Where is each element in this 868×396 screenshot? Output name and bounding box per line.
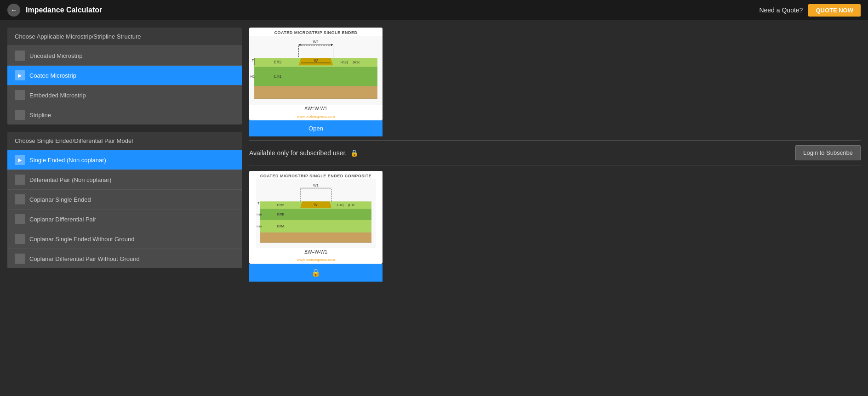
no-arrow-icon (15, 214, 25, 224)
no-arrow-icon (15, 110, 25, 120)
diagram2-svg: W1 W T H1B H1A ER2 ERB ER (249, 179, 383, 248)
back-button[interactable]: ← (7, 4, 20, 17)
diagram1-url: www.protoexpress.com (249, 113, 383, 120)
right-panel: COATED MICROSTRIP SINGLE ENDED (249, 28, 861, 389)
menu-item-stripline[interactable]: Stripline (7, 105, 242, 124)
menu-item-label: Coated Microstrip (29, 72, 76, 79)
svg-text:ER2: ER2 (274, 60, 282, 64)
svg-text:ER2: ER2 (277, 203, 284, 207)
menu-item-label: Uncoated Microstrip (29, 52, 83, 59)
diagram2-url: www.protoexpress.com (249, 256, 383, 264)
no-arrow-icon (15, 234, 25, 244)
svg-text:W1: W1 (313, 183, 319, 187)
locked-open-button[interactable]: 🔒 (249, 264, 383, 282)
menu-item-label: Single Ended (Non coplanar) (29, 157, 106, 164)
subscribed-bar: Available only for subscribed user. 🔒 Lo… (249, 140, 861, 165)
diagram1-card: COATED MICROSTRIP SINGLE ENDED (249, 28, 383, 120)
svg-text:[H1c: [H1c (353, 60, 360, 64)
no-arrow-icon (15, 254, 25, 264)
diagram1-title: COATED MICROSTRIP SINGLE ENDED (249, 28, 383, 36)
no-arrow-icon (15, 90, 25, 100)
arrow-icon: ▶ (15, 70, 25, 80)
topbar-left: ← Impedance Calculator (7, 4, 102, 17)
left-panel: Choose Applicable Microstrip/Stripline S… (7, 28, 242, 389)
menu-item-label: Coplanar Differential Pair (29, 216, 96, 223)
svg-text:H1B: H1B (257, 213, 262, 216)
menu-item-coplanar-diff-no-gnd[interactable]: Coplanar Differential Pair Without Groun… (7, 249, 242, 268)
subscribed-text: Available only for subscribed user. (249, 149, 347, 157)
diagram2-card: COATED MICROSTRIP SINGLE ENDED COMPOSITE (249, 171, 383, 264)
topbar: ← Impedance Calculator Need a Quote? QUO… (0, 0, 868, 20)
diagram1-formula: ΔW=W-W1 (249, 105, 383, 113)
svg-text:T: T (257, 202, 259, 205)
svg-text:H1A: H1A (257, 225, 262, 228)
svg-text:H1c]: H1c] (341, 60, 348, 64)
page-title: Impedance Calculator (26, 6, 102, 14)
structure-section: Choose Applicable Microstrip/Stripline S… (7, 28, 242, 124)
svg-rect-1 (254, 85, 377, 99)
menu-item-label: Coplanar Single Ended Without Ground (29, 236, 134, 243)
no-arrow-icon (15, 175, 25, 185)
model-section: Choose Single Ended/Differential Pair Mo… (7, 132, 242, 268)
arrow-icon: ▶ (15, 155, 25, 165)
svg-text:ERB: ERB (277, 212, 285, 216)
diagram2-section: COATED MICROSTRIP SINGLE ENDED COMPOSITE (249, 171, 861, 282)
lock-icon: 🔒 (350, 149, 358, 157)
back-icon: ← (11, 6, 17, 14)
svg-text:ERA: ERA (277, 224, 285, 228)
no-arrow-icon (15, 194, 25, 204)
quote-now-button[interactable]: QUOTE NOW (808, 4, 861, 17)
svg-text:W: W (314, 203, 318, 207)
svg-text:[H1c: [H1c (348, 204, 355, 207)
svg-rect-23 (260, 232, 371, 243)
menu-item-label: Differential Pair (Non coplanar) (29, 176, 111, 183)
svg-rect-2 (254, 65, 377, 86)
menu-item-diff-pair[interactable]: Differential Pair (Non coplanar) (7, 170, 242, 189)
diagram1-image: W1 W T H1 ER1 ER2 [H1c (249, 36, 383, 105)
diagram1-svg: W1 W T H1 ER1 ER2 [H1c (249, 36, 383, 105)
diagram2-title: COATED MICROSTRIP SINGLE ENDED COMPOSITE (249, 171, 383, 179)
diagram2-image: W1 W T H1B H1A ER2 ERB ER (249, 179, 383, 248)
menu-item-embedded-microstrip[interactable]: Embedded Microstrip (7, 85, 242, 105)
diagram1-section: COATED MICROSTRIP SINGLE ENDED (249, 28, 861, 136)
svg-text:W1: W1 (313, 40, 319, 44)
menu-item-single-ended[interactable]: ▶ Single Ended (Non coplanar) (7, 150, 242, 170)
menu-item-label: Coplanar Single Ended (29, 196, 91, 203)
locked-button-icon: 🔒 (311, 268, 320, 277)
menu-item-coplanar-single[interactable]: Coplanar Single Ended (7, 189, 242, 209)
login-subscribe-button[interactable]: Login to Subscribe (795, 145, 861, 160)
need-quote-label: Need a Quote? (759, 6, 803, 14)
menu-item-coated-microstrip[interactable]: ▶ Coated Microstrip (7, 65, 242, 85)
svg-text:H1: H1 (251, 74, 255, 79)
no-arrow-icon (15, 51, 25, 61)
svg-text:T: T (252, 58, 254, 62)
model-section-header: Choose Single Ended/Differential Pair Mo… (7, 132, 242, 150)
menu-item-label: Embedded Microstrip (29, 92, 86, 99)
menu-item-label: Stripline (29, 112, 51, 119)
menu-item-coplanar-single-no-gnd[interactable]: Coplanar Single Ended Without Ground (7, 229, 242, 249)
main-layout: Choose Applicable Microstrip/Stripline S… (0, 20, 868, 396)
structure-section-header: Choose Applicable Microstrip/Stripline S… (7, 28, 242, 45)
menu-item-coplanar-diff[interactable]: Coplanar Differential Pair (7, 209, 242, 229)
open-button[interactable]: Open (249, 120, 383, 136)
menu-item-uncoated-microstrip[interactable]: Uncoated Microstrip (7, 45, 242, 65)
svg-text:W: W (314, 58, 318, 63)
svg-text:H1c]: H1c] (337, 204, 343, 207)
subscribed-label: Available only for subscribed user. 🔒 (249, 149, 358, 157)
topbar-right: Need a Quote? QUOTE NOW (759, 4, 861, 17)
diagram2-formula: ΔW=W-W1 (249, 248, 383, 256)
svg-text:ER1: ER1 (274, 74, 282, 79)
menu-item-label: Coplanar Differential Pair Without Groun… (29, 255, 140, 262)
